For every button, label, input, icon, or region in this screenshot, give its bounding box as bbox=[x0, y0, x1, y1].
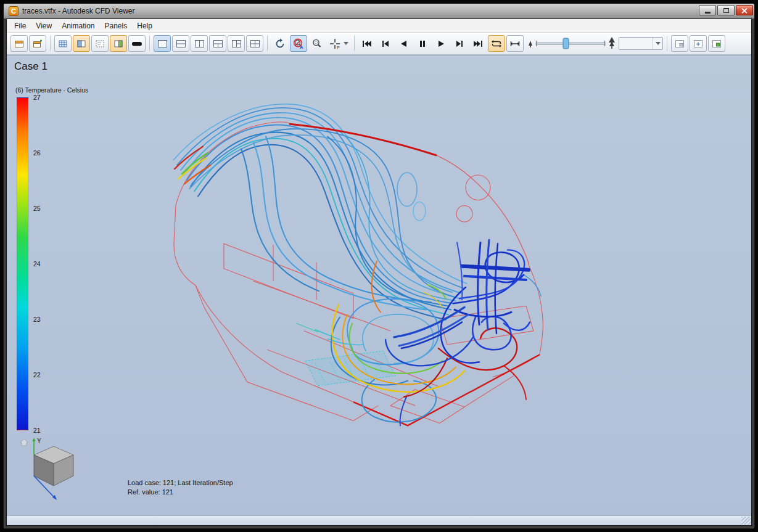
result-select[interactable] bbox=[619, 37, 663, 50]
skip-end-icon bbox=[473, 40, 483, 47]
app-icon-letter: C bbox=[11, 7, 16, 15]
resize-grip[interactable] bbox=[741, 517, 751, 525]
probe-p-label: P bbox=[337, 45, 340, 49]
loop-icon bbox=[491, 39, 502, 48]
window-new-icon bbox=[33, 39, 43, 49]
layout-right-split-icon bbox=[231, 39, 242, 49]
play-reverse-icon bbox=[400, 40, 408, 47]
layout-hsplit-icon bbox=[176, 39, 186, 49]
step-back-icon bbox=[382, 40, 390, 47]
app-window: C traces.vtfx - Autodesk CFD Viewer File… bbox=[3, 3, 755, 529]
layout-single-icon bbox=[157, 39, 168, 49]
orientation-cube-graphic: Y bbox=[15, 435, 80, 502]
layout-right-split-button[interactable] bbox=[228, 35, 245, 52]
overlay-panel-button[interactable] bbox=[671, 35, 688, 52]
toolbar-separator bbox=[667, 36, 667, 51]
toolbar-separator bbox=[149, 36, 150, 51]
play-button[interactable] bbox=[432, 35, 450, 52]
status-readout: Load case: 121; Last Iteration/Step Ref.… bbox=[128, 478, 233, 497]
close-button[interactable] bbox=[736, 5, 753, 15]
skip-to-end-button[interactable] bbox=[469, 35, 487, 52]
minimize-button[interactable] bbox=[699, 5, 716, 15]
main-toolbar: A P bbox=[7, 33, 751, 55]
skip-start-icon bbox=[362, 40, 372, 47]
layout-t-button[interactable] bbox=[209, 35, 226, 52]
legend-tick: 21 bbox=[33, 427, 41, 434]
maximize-icon bbox=[723, 8, 729, 13]
panel-outline-button[interactable] bbox=[91, 35, 109, 52]
skip-to-start-button[interactable] bbox=[358, 35, 376, 52]
display-style-button[interactable] bbox=[128, 35, 146, 52]
layout-hsplit-button[interactable] bbox=[172, 35, 189, 52]
layout-vsplit-button[interactable] bbox=[191, 35, 208, 52]
probe-point-button[interactable]: P bbox=[327, 35, 350, 52]
loop-playback-button[interactable] bbox=[488, 35, 505, 52]
viewport-3d[interactable]: Case 1 (6) Temperature - Celsius 27 26 2… bbox=[7, 55, 751, 515]
zoom-window-button[interactable] bbox=[308, 35, 326, 52]
rotate-view-button[interactable] bbox=[271, 35, 289, 52]
table-view-button[interactable] bbox=[54, 35, 72, 52]
menu-animation[interactable]: Animation bbox=[57, 20, 99, 32]
status-line-1: Load case: 121; Last Iteration/Step bbox=[128, 478, 233, 488]
window-controls bbox=[698, 4, 753, 18]
toolbar-separator bbox=[267, 36, 268, 51]
y-axis-label: Y bbox=[37, 438, 41, 444]
panel-green-icon bbox=[113, 39, 123, 49]
toolbar-separator bbox=[50, 36, 51, 51]
zoom-a-label: A bbox=[300, 44, 303, 49]
bounce-playback-button[interactable] bbox=[506, 35, 524, 52]
overlay-color-button[interactable] bbox=[708, 35, 725, 52]
magnifier-icon bbox=[311, 38, 323, 49]
bottom-scroll-strip[interactable] bbox=[7, 515, 751, 525]
legend-tick: 24 bbox=[33, 260, 41, 268]
zoom-disabled-icon: A bbox=[293, 38, 304, 49]
window-panel-button[interactable] bbox=[10, 35, 28, 52]
minimize-icon bbox=[705, 12, 711, 14]
menu-help[interactable]: Help bbox=[132, 20, 157, 32]
menu-panels[interactable]: Panels bbox=[100, 20, 133, 32]
zoom-lock-button[interactable]: A bbox=[290, 35, 307, 52]
layout-single-button[interactable] bbox=[154, 35, 171, 52]
maximize-button[interactable] bbox=[717, 5, 735, 15]
overlay-green-icon bbox=[712, 39, 722, 48]
legend-tick: 25 bbox=[33, 205, 41, 212]
legend-tick: 22 bbox=[33, 371, 41, 379]
legend-colorbar bbox=[17, 97, 28, 430]
layout-vsplit-icon bbox=[194, 39, 205, 49]
overlay-add-button[interactable] bbox=[690, 35, 707, 52]
app-icon: C bbox=[9, 6, 19, 16]
dark-pill-icon bbox=[131, 39, 142, 49]
play-reverse-button[interactable] bbox=[395, 35, 413, 52]
legend-tick: 23 bbox=[33, 316, 41, 323]
bounce-icon bbox=[509, 39, 521, 48]
rotate-icon bbox=[274, 38, 286, 49]
layout-quad-icon bbox=[250, 39, 260, 49]
legend-title: (6) Temperature - Celsius bbox=[15, 86, 88, 94]
title-bar[interactable]: C traces.vtfx - Autodesk CFD Viewer bbox=[4, 4, 754, 18]
overlay-panel-icon bbox=[675, 39, 685, 48]
layout-quad-button[interactable] bbox=[246, 35, 263, 52]
menu-view[interactable]: View bbox=[31, 20, 57, 32]
cfd-scene bbox=[7, 55, 751, 515]
pause-icon bbox=[419, 40, 426, 47]
window-content: File View Animation Panels Help bbox=[6, 18, 752, 526]
orientation-cube[interactable]: Y bbox=[15, 435, 80, 502]
chevron-down-icon bbox=[656, 42, 661, 45]
step-back-button[interactable] bbox=[377, 35, 394, 52]
legend-tick: 26 bbox=[33, 149, 41, 157]
animation-speed-slider[interactable] bbox=[525, 35, 617, 52]
window-icon bbox=[14, 39, 24, 49]
menu-file[interactable]: File bbox=[9, 20, 31, 32]
step-forward-button[interactable] bbox=[451, 35, 468, 52]
pause-button[interactable] bbox=[414, 35, 431, 52]
panel-left-button[interactable] bbox=[73, 35, 90, 52]
probe-dropdown-arrow[interactable] bbox=[344, 42, 348, 45]
play-icon bbox=[437, 40, 445, 47]
home-icon bbox=[20, 439, 28, 446]
panel-legend-button[interactable] bbox=[110, 35, 127, 52]
step-forward-icon bbox=[456, 40, 464, 47]
probe-crosshair-icon: P bbox=[329, 38, 342, 49]
combo-arrow[interactable] bbox=[653, 38, 662, 49]
new-window-panel-button[interactable] bbox=[29, 35, 46, 52]
overlay-plus-icon bbox=[693, 39, 703, 48]
